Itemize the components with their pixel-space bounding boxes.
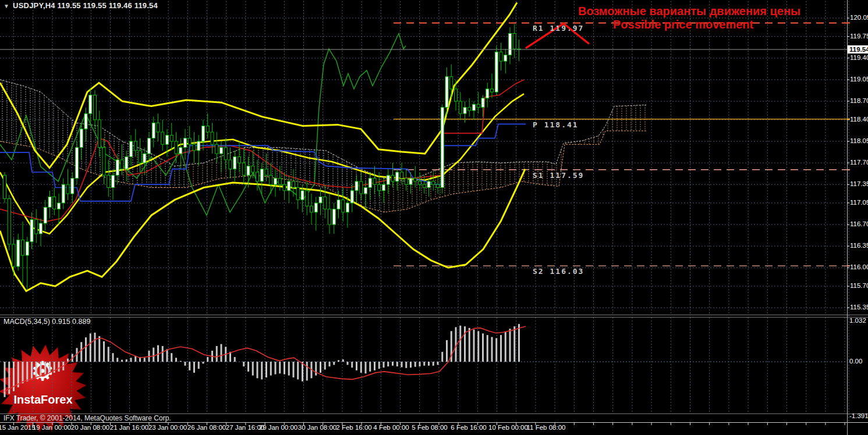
time-tick-label: 5 Feb 08:00 <box>412 424 447 431</box>
symbol-dropdown-icon[interactable]: ▼ <box>3 3 9 9</box>
time-tick-label: 20 Jan 08:00 <box>71 424 110 431</box>
time-tick-label: 21 Jan 16:00 <box>110 424 149 431</box>
macd-pane <box>5 324 526 397</box>
time-tick-label: 4 Feb 00:00 <box>373 424 409 431</box>
time-tick-label: 29 Jan 00:00 <box>259 424 298 431</box>
annotation-english: Possible price movement <box>613 18 753 31</box>
price-tick-label: 117.70 <box>850 159 868 166</box>
price-tick-label: 119.75 <box>850 33 868 40</box>
price-tick-label: 118.70 <box>850 97 868 104</box>
time-tick-label: 26 Jan 08:00 <box>187 424 226 431</box>
price-tick-label: 117.35 <box>850 180 868 187</box>
main-chart-canvas[interactable] <box>0 0 868 435</box>
time-tick-label: 6 Feb 16:00 <box>451 424 486 431</box>
price-tick-label: 115.70 <box>850 282 868 289</box>
time-tick-label: 2 Feb 16:00 <box>336 424 371 431</box>
chart-title: ▼USDJPY,H4 119.55 119.55 119.46 119.54 <box>3 1 158 10</box>
pivot-label-p: P 118.41 <box>533 120 579 129</box>
price-tick-label: 116.70 <box>850 220 868 227</box>
pivot-label-r1: R1 119.97 <box>533 24 584 33</box>
chart-window: ⚙ InstaForex ▼USDJPY,H4 119.55 119.55 11… <box>0 0 868 435</box>
time-tick-label: 19 Jan 00:00 <box>33 424 72 431</box>
pivot-label-s1: S1 117.59 <box>533 171 584 180</box>
price-tick-label: 116.00 <box>850 263 868 270</box>
instaforex-logo-label: InstaForex <box>0 393 90 407</box>
price-tick-label: 118.05 <box>850 137 868 144</box>
price-tick-label: 116.35 <box>850 242 868 249</box>
macd-scale-label: 1.032 <box>849 317 866 324</box>
current-price-badge: 119.54 <box>848 45 868 54</box>
price-tick-label: 119.40 <box>850 54 868 61</box>
grid <box>0 1 847 413</box>
time-tick-label: 15 Jan 2015 <box>0 424 36 431</box>
symbol-ohlc-label: USDJPY,H4 119.55 119.55 119.46 119.54 <box>13 1 158 10</box>
pivot-label-s2: S2 116.03 <box>533 267 584 276</box>
price-tick-label: 117.05 <box>850 199 868 206</box>
price-tick-label: 119.05 <box>850 76 868 83</box>
time-tick-label: 23 Jan 00:00 <box>148 424 187 431</box>
price-tick-label: 118.40 <box>850 116 868 123</box>
price-tick-label: 115.35 <box>850 304 868 311</box>
annotation-russian: Возможные варианты движения цены <box>578 5 800 18</box>
macd-scale-label: -1.391 <box>849 412 868 419</box>
time-tick-label: 11 Feb 08:00 <box>527 424 566 431</box>
time-tick-label: 30 Jan 08:00 <box>298 424 337 431</box>
platform-copyright: IFX Trader, © 2001-2014, MetaQuotes Soft… <box>3 414 171 422</box>
macd-indicator-label: MACD(5,34,5) 0.915 0.889 <box>3 318 90 326</box>
price-pane <box>0 3 847 291</box>
price-tick-label: 120.05 <box>850 14 868 21</box>
macd-scale-label: 0.00 <box>849 358 862 365</box>
time-tick-label: 10 Feb 00:00 <box>488 424 528 431</box>
